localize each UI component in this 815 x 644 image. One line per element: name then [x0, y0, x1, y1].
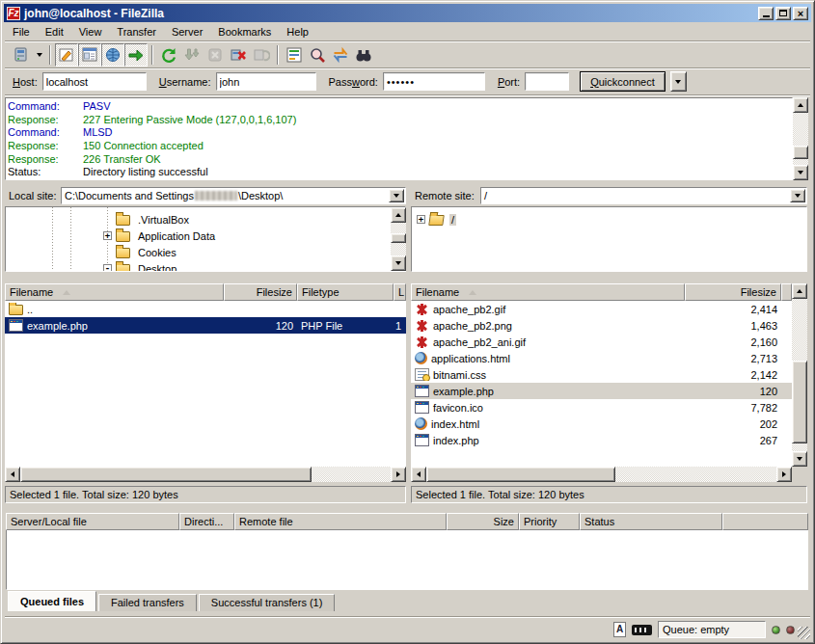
remote-list-hscrollbar[interactable]	[411, 467, 792, 482]
tree-item-root[interactable]: + /	[412, 211, 806, 228]
menu-transfer[interactable]: Transfer	[109, 24, 164, 40]
php-file-icon	[9, 319, 23, 332]
queue-list-body	[6, 530, 808, 590]
column-header-status[interactable]: Status	[580, 513, 722, 530]
filter-button[interactable]	[283, 43, 306, 67]
site-manager-button[interactable]	[10, 43, 33, 67]
column-header-filetype[interactable]: Filetype	[297, 283, 394, 301]
tab-successful-transfers[interactable]: Successful transfers (1)	[199, 594, 336, 611]
menu-help[interactable]: Help	[279, 24, 316, 40]
column-header-lastmodified[interactable]: L	[394, 283, 406, 301]
maximize-button[interactable]	[775, 7, 791, 20]
column-header-priority[interactable]: Priority	[519, 513, 580, 530]
scrollbar-thumb[interactable]	[792, 361, 807, 443]
filezilla-icon: Fz	[7, 7, 20, 20]
reconnect-button[interactable]	[250, 43, 273, 67]
remote-file-list: apache_pb2.gif 2,414 apache_pb2.png 1,46…	[411, 301, 792, 467]
resize-grip[interactable]	[798, 627, 810, 639]
file-row[interactable]: applications.html 2,713	[411, 350, 792, 366]
file-size: 120	[276, 320, 293, 332]
scroll-left-button[interactable]	[411, 467, 426, 482]
directory-comparison-button[interactable]	[306, 43, 329, 67]
file-row[interactable]: apache_pb2_ani.gif 2,160	[411, 334, 792, 350]
scroll-up-button[interactable]	[793, 97, 808, 113]
process-queue-button[interactable]	[180, 43, 204, 67]
scroll-right-button[interactable]	[776, 467, 792, 482]
php-file-icon	[415, 385, 429, 397]
password-input[interactable]	[383, 72, 485, 91]
local-list-hscrollbar[interactable]	[5, 467, 406, 482]
port-input[interactable]	[525, 72, 569, 91]
expander-icon[interactable]: +	[103, 231, 112, 240]
disconnect-button[interactable]	[227, 43, 250, 67]
synchronized-browsing-button[interactable]	[329, 43, 352, 67]
remote-site-label: Remote site:	[415, 190, 475, 201]
find-files-button[interactable]	[352, 43, 375, 67]
toggle-message-log-button[interactable]	[55, 43, 78, 67]
file-row[interactable]: bitnami.css 2,142	[411, 366, 792, 383]
local-site-combo[interactable]: C:\Documents and Settings\Desktop\	[61, 187, 406, 204]
scroll-down-button[interactable]	[792, 451, 807, 467]
tab-queued-files[interactable]: Queued files	[8, 591, 96, 611]
site-manager-dropdown[interactable]	[33, 44, 45, 66]
scrollbar-thumb[interactable]	[426, 467, 615, 482]
tree-item-virtualbox[interactable]: .VirtualBox	[6, 211, 405, 228]
tab-failed-transfers[interactable]: Failed transfers	[98, 594, 197, 611]
column-header-filename[interactable]: Filename	[411, 283, 685, 301]
quickconnect-dropdown[interactable]	[670, 71, 687, 92]
message-log[interactable]: Command:PASV Response:227 Entering Passi…	[5, 97, 793, 180]
column-header-size[interactable]: Size	[447, 513, 519, 530]
php-file-icon	[415, 434, 429, 446]
scrollbar-thumb[interactable]	[793, 146, 808, 159]
scroll-up-button[interactable]	[391, 207, 406, 223]
tree-item-cookies[interactable]: Cookies	[6, 244, 405, 260]
minimize-button[interactable]	[758, 7, 774, 20]
column-header-remote-file[interactable]: Remote file	[234, 513, 447, 530]
local-tree-scrollbar[interactable]	[391, 207, 406, 271]
menu-bookmarks[interactable]: Bookmarks	[210, 24, 279, 40]
toggle-remote-tree-button[interactable]	[101, 43, 124, 67]
tree-item-application-data[interactable]: + Application Data	[6, 228, 405, 244]
file-row[interactable]: index.php 267	[411, 432, 792, 448]
expander-icon[interactable]: -	[103, 264, 112, 272]
username-input[interactable]	[216, 72, 316, 91]
file-row-selected[interactable]: example.php 120	[411, 383, 792, 399]
file-row[interactable]: favicon.ico 7,782	[411, 399, 792, 416]
scroll-left-button[interactable]	[5, 467, 20, 482]
column-header-filesize[interactable]: Filesize	[224, 283, 297, 301]
scroll-up-button[interactable]	[792, 283, 807, 299]
menu-file[interactable]: File	[5, 24, 38, 40]
scroll-down-button[interactable]	[793, 165, 808, 180]
close-button[interactable]: ×	[793, 7, 808, 20]
file-row-example-php[interactable]: example.php 120 PHP File 1	[5, 317, 406, 334]
file-row-parent-dir[interactable]: ..	[5, 301, 406, 317]
column-header-filesize[interactable]: Filesize	[685, 283, 781, 301]
column-header-direction[interactable]: Directi...	[179, 513, 234, 530]
menu-view[interactable]: View	[71, 24, 110, 40]
local-site-dropdown[interactable]	[389, 189, 404, 202]
tree-item-desktop[interactable]: - Desktop	[6, 260, 405, 272]
expander-icon[interactable]: +	[417, 215, 425, 224]
host-input[interactable]	[42, 72, 147, 91]
remote-list-vscrollbar[interactable]	[792, 283, 807, 467]
refresh-button[interactable]	[157, 43, 180, 67]
column-header-server-local-file[interactable]: Server/Local file	[6, 513, 179, 530]
scrollbar-thumb[interactable]	[20, 467, 312, 482]
scrollbar-thumb[interactable]	[391, 233, 406, 243]
scroll-right-button[interactable]	[391, 467, 406, 482]
quickconnect-button[interactable]: Quickconnect	[580, 71, 666, 92]
toggle-local-tree-button[interactable]	[78, 43, 101, 67]
menu-server[interactable]: Server	[164, 24, 210, 40]
status-bar: A Queue: empty	[5, 619, 810, 640]
menu-edit[interactable]: Edit	[38, 24, 71, 40]
cancel-button[interactable]	[204, 43, 227, 67]
file-row[interactable]: apache_pb2.gif 2,414	[411, 301, 792, 317]
log-scrollbar[interactable]	[793, 97, 808, 180]
file-row[interactable]: apache_pb2.png 1,463	[411, 317, 792, 334]
remote-site-dropdown[interactable]	[790, 189, 805, 202]
column-header-filename[interactable]: Filename	[5, 283, 224, 301]
toggle-transfer-queue-button[interactable]	[124, 43, 148, 67]
file-row[interactable]: index.html 202	[411, 416, 792, 432]
scroll-down-button[interactable]	[391, 255, 406, 271]
remote-site-combo[interactable]: /	[480, 187, 807, 204]
